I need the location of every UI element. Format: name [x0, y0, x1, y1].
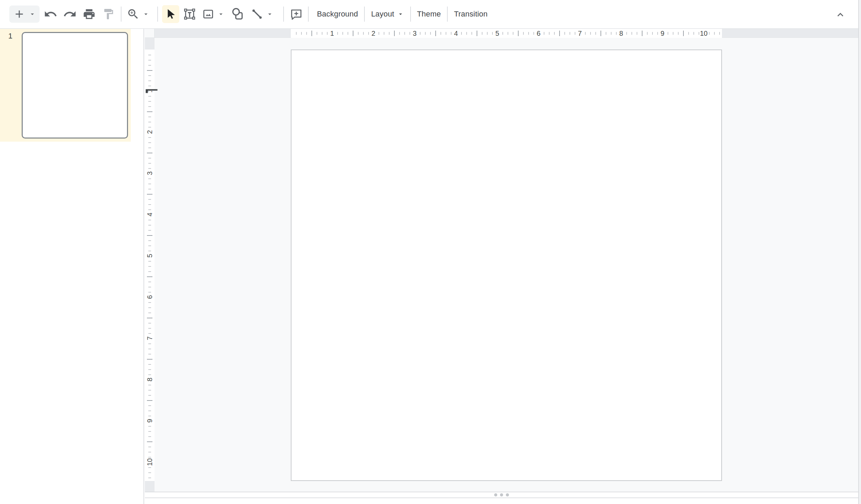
printer-icon	[83, 8, 96, 21]
ruler-tick	[384, 32, 384, 35]
ruler-tick	[590, 32, 591, 35]
theme-button[interactable]: Theme	[411, 6, 447, 22]
ruler-tick	[399, 32, 400, 35]
toolbar-divider	[121, 7, 121, 22]
notes-resize-handle[interactable]	[145, 492, 858, 498]
ruler-tick	[148, 55, 151, 55]
ruler-number: 4	[446, 29, 466, 38]
ruler-tick	[559, 31, 560, 36]
ruler-tick	[148, 472, 151, 473]
plus-icon	[13, 8, 25, 20]
ruler-number: 4	[146, 210, 153, 219]
speaker-notes-area[interactable]	[145, 498, 858, 504]
insert-comment-button[interactable]	[288, 6, 305, 22]
slide-canvas[interactable]	[291, 50, 722, 481]
handle-dot	[506, 493, 509, 496]
ruler-tick	[554, 32, 555, 35]
ruler-tick	[148, 364, 151, 365]
handle-dot	[500, 493, 503, 496]
ruler-tick	[440, 32, 441, 35]
layout-button[interactable]: Layout	[365, 6, 410, 22]
transition-button[interactable]: Transition	[448, 6, 494, 22]
insert-line-button[interactable]	[249, 6, 265, 22]
insert-shape-button[interactable]	[230, 6, 246, 22]
zoom-dropdown-caret-icon[interactable]	[141, 6, 150, 22]
ruler-tick	[148, 245, 151, 246]
ruler-tick	[148, 220, 151, 220]
ruler-tick	[394, 31, 395, 36]
ruler-tick	[148, 349, 151, 349]
image-dropdown-caret-icon[interactable]	[216, 6, 225, 22]
ruler-tick	[148, 307, 151, 308]
line-dropdown-caret-icon[interactable]	[265, 6, 274, 22]
ruler-tick	[606, 32, 606, 35]
ruler-tick	[148, 158, 151, 158]
redo-button[interactable]	[62, 6, 78, 22]
ruler-tick	[631, 32, 632, 35]
comment-plus-icon	[290, 8, 303, 21]
undo-button[interactable]	[42, 6, 59, 22]
select-tool-button[interactable]	[162, 5, 179, 23]
ruler-tick	[296, 32, 297, 35]
collapse-toolbar-button[interactable]	[832, 6, 849, 23]
ruler-tick	[549, 32, 550, 35]
ruler-tick	[148, 75, 151, 76]
window-right-edge	[858, 0, 861, 504]
ruler-tick	[148, 96, 151, 97]
ruler-tick	[647, 32, 648, 35]
ruler-tick	[148, 390, 151, 391]
ruler-tick	[148, 369, 151, 370]
vertical-ruler-active-band: 12345678910	[145, 50, 155, 481]
ruler-tick	[435, 31, 436, 36]
ruler-tick	[147, 400, 152, 401]
toolbar-divider	[157, 7, 158, 22]
ruler-tick	[342, 32, 343, 35]
ruler-tick	[148, 225, 151, 226]
print-button[interactable]	[81, 6, 97, 22]
ruler-tick	[311, 31, 312, 36]
new-slide-dropdown-caret-icon[interactable]	[29, 10, 36, 18]
line-icon	[250, 7, 264, 21]
ruler-tick	[148, 302, 151, 303]
layout-dropdown-caret-icon	[397, 11, 404, 18]
ruler-tick	[683, 31, 684, 36]
ruler-number: 1	[322, 29, 342, 38]
ruler-tick	[564, 32, 565, 35]
text-box-icon	[183, 7, 196, 21]
new-slide-button[interactable]	[9, 6, 40, 23]
ruler-tick	[306, 32, 307, 35]
ruler-tick	[513, 32, 513, 35]
ruler-tick	[147, 235, 152, 236]
ruler-tick	[642, 31, 642, 36]
ruler-tick	[477, 31, 477, 36]
ruler-tick	[148, 101, 151, 102]
ruler-tick	[148, 60, 151, 61]
paint-format-button	[100, 6, 117, 22]
ruler-tick	[637, 32, 637, 35]
ruler-tick	[148, 467, 151, 468]
zoom-button[interactable]	[125, 6, 141, 22]
background-button[interactable]: Background	[311, 6, 364, 22]
ruler-tick	[148, 385, 151, 385]
insert-image-button[interactable]	[200, 6, 216, 22]
ruler-tick	[148, 117, 151, 117]
ruler-number: 8	[146, 375, 153, 384]
ruler-tick	[148, 395, 151, 396]
text-box-button[interactable]	[181, 6, 198, 22]
ruler-tick	[148, 323, 151, 324]
ruler-tick	[148, 261, 151, 262]
ruler-number: 9	[652, 29, 673, 38]
filmstrip-selected-highlight: 1	[0, 29, 131, 142]
ruler-number: 3	[404, 29, 425, 38]
layout-button-label: Layout	[371, 10, 394, 19]
ruler-tick	[148, 410, 151, 411]
toolbar-divider	[308, 7, 309, 22]
ruler-tick	[147, 318, 152, 318]
ruler-tick	[148, 447, 151, 447]
ruler-tick	[148, 184, 151, 184]
ruler-tick	[348, 32, 348, 35]
ruler-tick	[358, 32, 359, 35]
slide-1-thumbnail[interactable]	[22, 32, 128, 139]
ruler-tick	[148, 163, 151, 164]
ruler-number: 2	[363, 29, 384, 38]
